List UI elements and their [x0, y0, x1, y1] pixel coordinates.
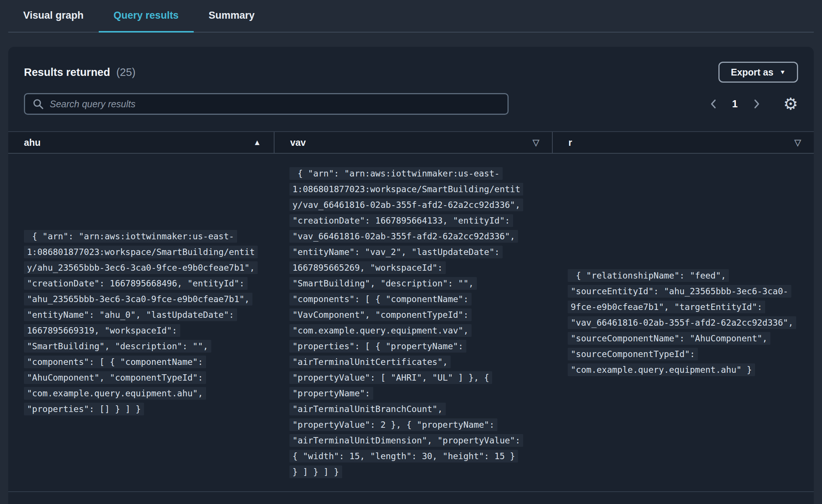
query-editor-page: { "tabs": [ { "label": "Visual graph", "…	[0, 0, 822, 504]
json-line: "airTerminalUnitBranchCount",	[289, 403, 446, 415]
json-line: 1667895669319, "workspaceId":	[24, 324, 180, 337]
json-line: } ] } ] }	[289, 465, 342, 478]
json-line: "creationDate": 1667895668496, "entityId…	[24, 277, 248, 290]
results-toolbar: 1 ⚙	[8, 83, 814, 115]
json-line: { "relationshipName": "feed",	[568, 269, 729, 282]
results-panel: Results returned (25) Export as ▼	[8, 47, 814, 504]
pagination: 1 ⚙	[708, 96, 798, 112]
json-line: "AhuComponent", "componentTypeId":	[24, 371, 206, 384]
column-header-vav[interactable]: vav ▽	[274, 132, 552, 153]
table-row: { "arn": "arn:aws:iottwinmaker:us-east-1…	[8, 154, 814, 492]
json-line: "ahu_23565bbb-3ec6-3ca0-9fce-e9b0cfeae7b…	[24, 293, 252, 305]
tab-query-results[interactable]: Query results	[99, 0, 194, 33]
json-line: "sourceComponentName": "AhuComponent",	[568, 332, 770, 345]
json-line: "entityName": "ahu_0", "lastUpdateDate":	[24, 308, 237, 321]
json-line: 1667895665269, "workspaceId":	[289, 261, 446, 274]
tab-summary[interactable]: Summary	[194, 0, 270, 33]
json-line: "com.example.query.equipment.ahu" }	[568, 363, 755, 376]
export-as-button[interactable]: Export as ▼	[718, 62, 798, 83]
cell-vav: { "arn": "arn:aws:iottwinmaker:us-east-1…	[274, 154, 552, 491]
json-line: 9fce-e9b0cfeae7b1", "targetEntityId":	[568, 301, 765, 313]
column-header-vav-label: vav	[290, 137, 306, 148]
sort-ascending-icon: ▲	[253, 138, 261, 147]
cell-ahu-json: { "arn": "arn:aws:iottwinmaker:us-east-1…	[24, 230, 258, 415]
search-box[interactable]	[24, 93, 509, 115]
json-line: "components": [ { "componentName":	[24, 356, 206, 368]
json-line: y/ahu_23565bbb-3ec6-3ca0-9fce-e9b0cfeae7…	[24, 261, 258, 274]
column-header-r[interactable]: r ▽	[552, 132, 814, 153]
json-line: "VavComponent", "componentTypeId":	[289, 308, 472, 321]
previous-page-button[interactable]	[708, 96, 720, 112]
json-line: "SmartBuilding", "description": "",	[289, 277, 477, 290]
json-line: "com.example.query.equipment.ahu",	[24, 387, 206, 400]
json-line: y/vav_66461816-02ab-355f-afd2-62a2cc92d3…	[289, 199, 523, 211]
export-as-label: Export as	[731, 67, 773, 78]
json-line: { "arn": "arn:aws:iottwinmaker:us-east-	[289, 167, 503, 180]
column-header-r-label: r	[568, 137, 572, 148]
json-line: "propertyValue": 2 }, { "propertyName":	[289, 418, 497, 431]
cell-ahu: { "arn": "arn:aws:iottwinmaker:us-east-1…	[8, 154, 274, 491]
search-input[interactable]	[50, 99, 500, 110]
json-line: 1:086801877023:workspace/SmartBuilding/e…	[24, 246, 258, 258]
json-line: "propertyName":	[289, 387, 373, 400]
caret-down-icon: ▼	[779, 69, 786, 76]
json-line: "propertyValue": [ "AHRI", "UL" ] }, {	[289, 371, 492, 384]
json-line: "sourceComponentTypeId":	[568, 348, 698, 360]
json-line: "vav_66461816-02ab-355f-afd2-62a2cc92d33…	[289, 230, 518, 243]
sort-indicator-icon: ▽	[794, 138, 801, 148]
cell-vav-json: { "arn": "arn:aws:iottwinmaker:us-east-1…	[289, 167, 523, 478]
results-table: ahu ▲ vav ▽ r ▽ { "arn": "arn:aws:iottwi…	[8, 131, 814, 492]
json-line: "SmartBuilding", "description": "",	[24, 340, 211, 353]
json-line: { "arn": "arn:aws:iottwinmaker:us-east-	[24, 230, 237, 243]
tab-visual-graph-label: Visual graph	[23, 10, 84, 21]
json-line: 1:086801877023:workspace/SmartBuilding/e…	[289, 183, 523, 196]
tab-visual-graph[interactable]: Visual graph	[8, 0, 99, 33]
json-line: "components": [ { "componentName":	[289, 293, 472, 305]
results-count: (25)	[116, 66, 136, 78]
cell-r: { "relationshipName": "feed","sourceEnti…	[552, 154, 814, 491]
next-page-button[interactable]	[751, 96, 763, 112]
json-line: "airTerminalUnitCertificates",	[289, 356, 451, 368]
json-line: "creationDate": 1667895664133, "entityId…	[289, 214, 513, 227]
json-line: "properties": [] } ] }	[24, 403, 144, 415]
json-line: "entityName": "vav_2", "lastUpdateDate":	[289, 246, 503, 258]
column-header-ahu-label: ahu	[24, 137, 40, 148]
json-line: "com.example.query.equipment.vav",	[289, 324, 472, 337]
column-header-ahu[interactable]: ahu ▲	[8, 132, 274, 153]
tab-query-results-label: Query results	[114, 10, 179, 21]
table-header-row: ahu ▲ vav ▽ r ▽	[8, 131, 814, 154]
page-number[interactable]: 1	[730, 98, 740, 110]
json-line: "sourceEntityId": "ahu_23565bbb-3ec6-3ca…	[568, 285, 791, 298]
json-line: { "width": 15, "length": 30, "height": 1…	[289, 450, 518, 462]
json-line: "properties": [ { "propertyName":	[289, 340, 466, 353]
results-heading: Results returned (25)	[24, 66, 135, 79]
tab-summary-label: Summary	[209, 10, 255, 21]
search-icon	[33, 98, 44, 110]
json-line: "vav_66461816-02ab-355f-afd2-62a2cc92d33…	[568, 316, 796, 329]
tabs-bar: Visual graph Query results Summary	[8, 0, 814, 33]
cell-r-json: { "relationshipName": "feed","sourceEnti…	[568, 269, 796, 376]
panel-header: Results returned (25) Export as ▼	[8, 47, 814, 83]
results-title: Results returned	[24, 66, 110, 78]
settings-gear-icon[interactable]: ⚙	[783, 96, 798, 112]
json-line: "airTerminalUnitDimension", "propertyVal…	[289, 434, 523, 447]
sort-indicator-icon: ▽	[533, 138, 539, 148]
